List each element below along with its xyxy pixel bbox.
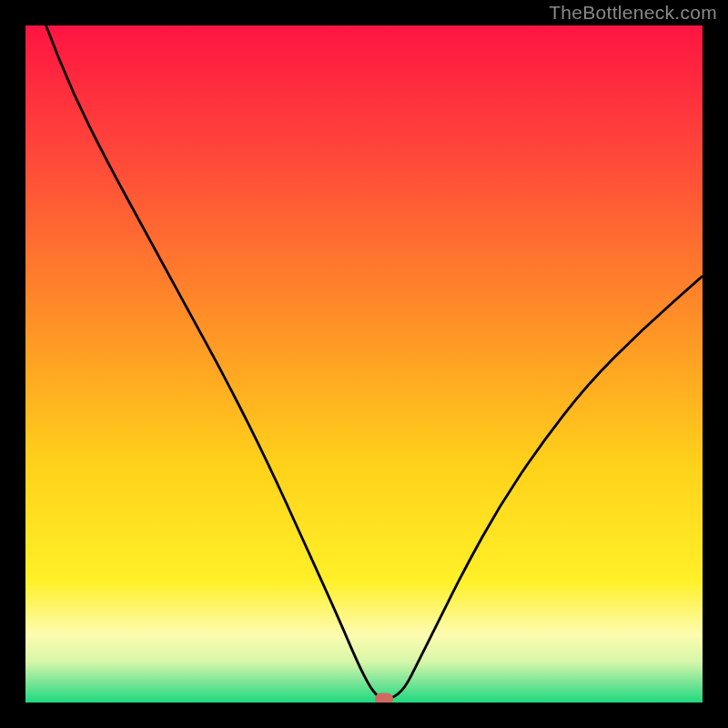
chart-frame: TheBottleneck.com [0,0,728,728]
bottleneck-curve [25,25,703,703]
watermark-text: TheBottleneck.com [549,2,717,24]
optimal-point-marker [375,693,393,703]
plot-area [25,25,703,703]
